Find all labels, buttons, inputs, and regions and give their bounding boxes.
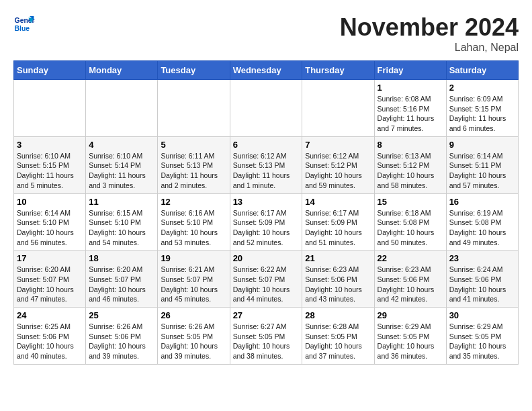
day-info: Sunrise: 6:19 AMSunset: 5:08 PMDaylight:… [449,208,515,248]
day-number: 27 [233,310,300,320]
calendar-cell: 16Sunrise: 6:19 AMSunset: 5:08 PMDayligh… [446,193,518,250]
calendar-cell: 23Sunrise: 6:24 AMSunset: 5:06 PMDayligh… [446,250,518,308]
week-row-2: 3Sunrise: 6:10 AMSunset: 5:15 PMDaylight… [14,136,519,193]
day-number: 12 [161,197,226,207]
calendar-cell: 30Sunrise: 6:29 AMSunset: 5:05 PMDayligh… [446,308,518,365]
day-number: 24 [17,310,83,320]
day-number: 25 [89,310,154,320]
day-number: 20 [233,253,300,263]
calendar-cell: 13Sunrise: 6:17 AMSunset: 5:09 PMDayligh… [230,193,302,250]
calendar-cell: 4Sunrise: 6:10 AMSunset: 5:14 PMDaylight… [86,136,158,193]
weekday-header-row: SundayMondayTuesdayWednesdayThursdayFrid… [14,61,519,80]
calendar-table: SundayMondayTuesdayWednesdayThursdayFrid… [13,60,519,365]
day-number: 16 [449,197,515,207]
day-number: 9 [449,140,515,150]
day-info: Sunrise: 6:16 AMSunset: 5:10 PMDaylight:… [161,208,226,248]
day-info: Sunrise: 6:23 AMSunset: 5:06 PMDaylight:… [305,265,371,304]
calendar-cell [302,80,374,137]
day-info: Sunrise: 6:17 AMSunset: 5:09 PMDaylight:… [305,208,371,248]
calendar-cell: 8Sunrise: 6:13 AMSunset: 5:12 PMDaylight… [374,136,446,193]
day-number: 17 [17,253,83,263]
calendar-cell [14,80,86,137]
calendar-cell: 20Sunrise: 6:22 AMSunset: 5:07 PMDayligh… [230,250,302,308]
day-info: Sunrise: 6:20 AMSunset: 5:07 PMDaylight:… [89,265,154,304]
calendar-cell: 6Sunrise: 6:12 AMSunset: 5:13 PMDaylight… [230,136,302,193]
day-info: Sunrise: 6:11 AMSunset: 5:13 PMDaylight:… [161,151,226,191]
day-number: 8 [378,140,443,150]
logo: General Blue [13,13,35,35]
day-info: Sunrise: 6:22 AMSunset: 5:07 PMDaylight:… [233,265,300,304]
calendar-cell: 2Sunrise: 6:09 AMSunset: 5:15 PMDaylight… [446,80,518,137]
calendar-cell: 10Sunrise: 6:14 AMSunset: 5:10 PMDayligh… [14,193,86,250]
day-number: 6 [233,140,300,150]
calendar-cell [230,80,302,137]
day-info: Sunrise: 6:29 AMSunset: 5:05 PMDaylight:… [378,322,443,361]
calendar-cell: 3Sunrise: 6:10 AMSunset: 5:15 PMDaylight… [14,136,86,193]
day-info: Sunrise: 6:20 AMSunset: 5:07 PMDaylight:… [17,265,83,304]
day-info: Sunrise: 6:17 AMSunset: 5:09 PMDaylight:… [233,208,300,248]
calendar-cell: 24Sunrise: 6:25 AMSunset: 5:06 PMDayligh… [14,308,86,365]
day-info: Sunrise: 6:21 AMSunset: 5:07 PMDaylight:… [161,265,226,304]
day-number: 5 [161,140,226,150]
day-info: Sunrise: 6:13 AMSunset: 5:12 PMDaylight:… [378,151,443,191]
day-number: 10 [17,197,83,207]
day-number: 13 [233,197,300,207]
logo-icon: General Blue [13,13,35,35]
day-info: Sunrise: 6:26 AMSunset: 5:06 PMDaylight:… [89,322,154,361]
day-number: 29 [378,310,443,320]
calendar-cell: 27Sunrise: 6:27 AMSunset: 5:05 PMDayligh… [230,308,302,365]
day-info: Sunrise: 6:24 AMSunset: 5:06 PMDaylight:… [449,265,515,304]
calendar-cell: 26Sunrise: 6:26 AMSunset: 5:05 PMDayligh… [158,308,230,365]
day-info: Sunrise: 6:18 AMSunset: 5:08 PMDaylight:… [378,208,443,248]
day-info: Sunrise: 6:10 AMSunset: 5:14 PMDaylight:… [89,151,154,191]
svg-text:Blue: Blue [15,25,30,32]
day-number: 21 [305,253,371,263]
day-number: 28 [305,310,371,320]
calendar-cell [158,80,230,137]
weekday-header-saturday: Saturday [446,61,518,80]
day-info: Sunrise: 6:29 AMSunset: 5:05 PMDaylight:… [449,322,515,361]
day-info: Sunrise: 6:14 AMSunset: 5:10 PMDaylight:… [17,208,83,248]
weekday-header-sunday: Sunday [14,61,86,80]
day-info: Sunrise: 6:08 AMSunset: 5:16 PMDaylight:… [378,94,443,134]
location: Lahan, Nepal [340,42,519,54]
day-info: Sunrise: 6:09 AMSunset: 5:15 PMDaylight:… [449,94,515,134]
calendar-cell: 11Sunrise: 6:15 AMSunset: 5:10 PMDayligh… [86,193,158,250]
day-info: Sunrise: 6:23 AMSunset: 5:06 PMDaylight:… [378,265,443,304]
calendar-cell: 17Sunrise: 6:20 AMSunset: 5:07 PMDayligh… [14,250,86,308]
day-number: 22 [378,253,443,263]
calendar-cell: 19Sunrise: 6:21 AMSunset: 5:07 PMDayligh… [158,250,230,308]
month-title: November 2024 [340,13,519,42]
calendar-cell: 7Sunrise: 6:12 AMSunset: 5:12 PMDaylight… [302,136,374,193]
title-area: November 2024 Lahan, Nepal [340,13,519,54]
day-info: Sunrise: 6:28 AMSunset: 5:05 PMDaylight:… [305,322,371,361]
day-info: Sunrise: 6:14 AMSunset: 5:11 PMDaylight:… [449,151,515,191]
day-info: Sunrise: 6:26 AMSunset: 5:05 PMDaylight:… [161,322,226,361]
day-info: Sunrise: 6:15 AMSunset: 5:10 PMDaylight:… [89,208,154,248]
day-info: Sunrise: 6:12 AMSunset: 5:12 PMDaylight:… [305,151,371,191]
day-number: 11 [89,197,154,207]
day-number: 23 [449,253,515,263]
day-number: 1 [378,83,443,93]
day-number: 15 [378,197,443,207]
calendar-cell [86,80,158,137]
calendar-cell: 1Sunrise: 6:08 AMSunset: 5:16 PMDaylight… [374,80,446,137]
calendar-cell: 21Sunrise: 6:23 AMSunset: 5:06 PMDayligh… [302,250,374,308]
calendar-cell: 29Sunrise: 6:29 AMSunset: 5:05 PMDayligh… [374,308,446,365]
weekday-header-monday: Monday [86,61,158,80]
day-info: Sunrise: 6:25 AMSunset: 5:06 PMDaylight:… [17,322,83,361]
day-info: Sunrise: 6:27 AMSunset: 5:05 PMDaylight:… [233,322,300,361]
day-number: 2 [449,83,515,93]
calendar-cell: 9Sunrise: 6:14 AMSunset: 5:11 PMDaylight… [446,136,518,193]
day-info: Sunrise: 6:10 AMSunset: 5:15 PMDaylight:… [17,151,83,191]
weekday-header-friday: Friday [374,61,446,80]
calendar-cell: 18Sunrise: 6:20 AMSunset: 5:07 PMDayligh… [86,250,158,308]
weekday-header-thursday: Thursday [302,61,374,80]
day-number: 4 [89,140,154,150]
week-row-3: 10Sunrise: 6:14 AMSunset: 5:10 PMDayligh… [14,193,519,250]
page-header: General Blue November 2024 Lahan, Nepal [13,13,519,54]
weekday-header-tuesday: Tuesday [158,61,230,80]
day-number: 30 [449,310,515,320]
calendar-cell: 28Sunrise: 6:28 AMSunset: 5:05 PMDayligh… [302,308,374,365]
calendar-cell: 25Sunrise: 6:26 AMSunset: 5:06 PMDayligh… [86,308,158,365]
